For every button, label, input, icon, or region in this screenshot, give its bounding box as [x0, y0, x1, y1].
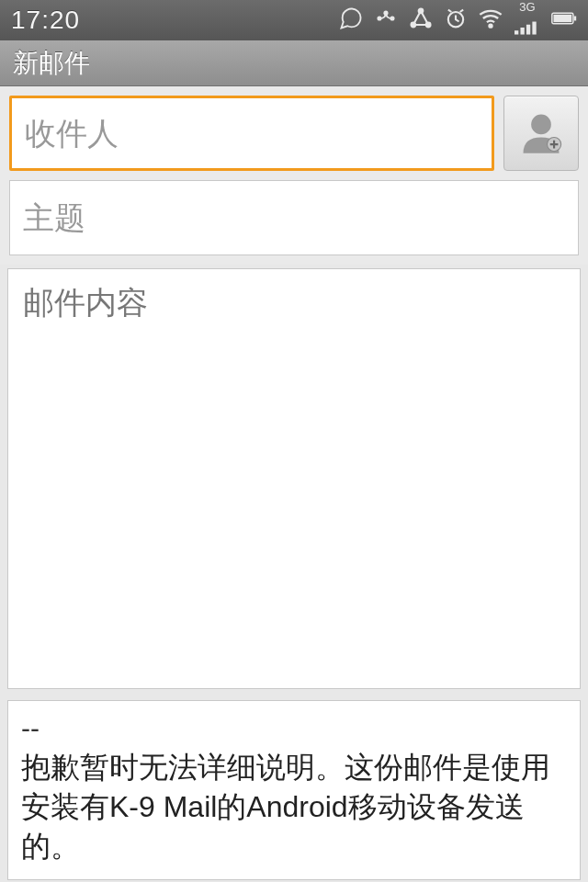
body-input[interactable] [7, 268, 581, 689]
svg-rect-9 [520, 28, 524, 35]
svg-rect-13 [553, 15, 571, 22]
signature-block[interactable]: -- 抱歉暂时无法详细说明。这份邮件是使用安装有K-9 Mail的Android… [7, 700, 581, 880]
svg-rect-8 [514, 30, 518, 34]
subject-input[interactable] [9, 180, 579, 255]
contact-add-icon [517, 107, 565, 159]
cellular-icon: 3G [513, 1, 542, 40]
title-bar: 新邮件 [0, 40, 588, 86]
page-title: 新邮件 [13, 46, 90, 81]
share-icon [408, 6, 434, 35]
status-bar: 17:20 3G [0, 0, 588, 40]
recipient-input[interactable] [9, 96, 494, 171]
usb-icon [373, 6, 399, 35]
signature-separator: -- [21, 710, 567, 748]
add-contact-button[interactable] [503, 96, 579, 171]
svg-rect-14 [574, 17, 576, 21]
alarm-icon [443, 6, 469, 35]
network-type-label: 3G [513, 1, 542, 13]
recipient-row [9, 96, 579, 171]
battery-icon [551, 6, 577, 35]
svg-point-15 [531, 115, 551, 135]
status-time: 17:20 [11, 6, 80, 35]
svg-rect-11 [532, 21, 536, 34]
svg-point-7 [489, 25, 492, 28]
compose-header [0, 86, 588, 265]
status-icons: 3G [338, 1, 577, 40]
svg-rect-10 [526, 24, 530, 34]
comment-icon [338, 6, 364, 35]
wifi-icon [478, 6, 503, 35]
signature-text: 抱歉暂时无法详细说明。这份邮件是使用安装有K-9 Mail的Android移动设… [21, 748, 567, 867]
